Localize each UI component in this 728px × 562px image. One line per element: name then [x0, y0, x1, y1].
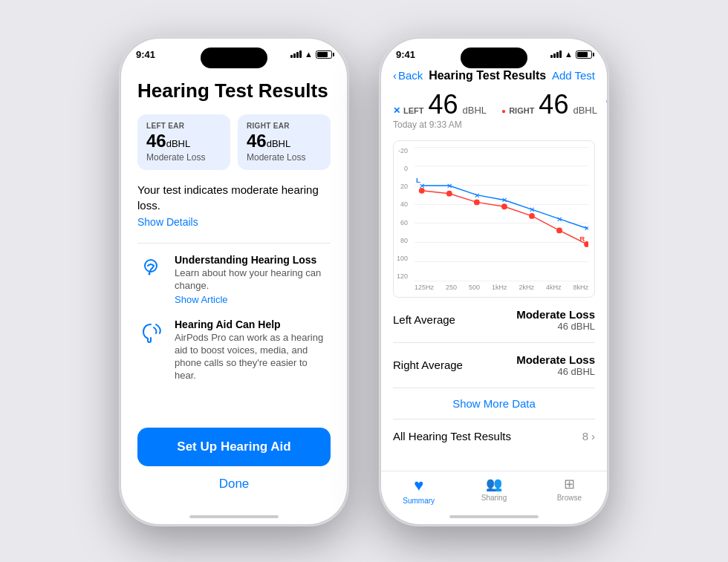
- article-item-2: Hearing Aid Can Help AirPods Pro can wor…: [137, 318, 331, 384]
- svg-point-14: [529, 213, 535, 219]
- phone-1: 9:41 ▲ Hearing Test Results: [119, 36, 349, 526]
- left-reading-unit: dBHL: [463, 105, 487, 116]
- status-icons-2: ▲: [550, 50, 592, 59]
- svg-text:✕: ✕: [556, 215, 562, 223]
- show-more-data-button[interactable]: Show More Data: [393, 388, 595, 419]
- browse-icon: ⊞: [564, 476, 575, 492]
- dynamic-island: [201, 48, 267, 68]
- svg-text:✕: ✕: [501, 196, 507, 204]
- left-average-label: Left Average: [393, 313, 455, 326]
- right-reading-val: 46: [539, 91, 568, 118]
- data-section: Left Average Moderate Loss 46 dBHL Right…: [381, 298, 607, 453]
- left-ear-card: LEFT EAR 46dBHL Moderate Loss: [137, 114, 230, 170]
- svg-text:✕: ✕: [529, 206, 535, 214]
- right-reading-unit: dBHL: [573, 105, 597, 116]
- tab-sharing[interactable]: 👥 Sharing: [456, 476, 531, 505]
- bar3: [296, 52, 299, 58]
- left-loss: Moderate Loss: [516, 308, 595, 321]
- status-icons-1: ▲: [290, 50, 332, 59]
- tab-browse-label: Browse: [557, 494, 582, 502]
- page-title-1: Hearing Test Results: [137, 79, 331, 102]
- show-article-link[interactable]: Show Article: [175, 294, 331, 305]
- article-desc-1: Learn about how your hearing can change.: [175, 267, 331, 293]
- x-label-5: 4kHz: [546, 284, 562, 291]
- left-ear-loss: Moderate Loss: [146, 152, 221, 163]
- y-label-7: 120: [397, 272, 408, 280]
- left-reading: ✕ LEFT 46 dBHL: [393, 91, 487, 118]
- chevron-right-icon: ›: [591, 430, 595, 442]
- tab-summary[interactable]: ♥ Summary: [381, 476, 456, 505]
- results-header: ✕ LEFT 46 dBHL ● RIGHT 46: [381, 88, 607, 140]
- hearing-icon-1: [137, 254, 164, 281]
- chart-area: -20 0 20 40 60 80 100 120: [415, 147, 588, 281]
- svg-text:✕: ✕: [584, 224, 588, 232]
- right-tag: ● RIGHT: [501, 106, 534, 115]
- all-results-right: 8 ›: [582, 430, 595, 442]
- add-test-button[interactable]: Add Test: [552, 69, 595, 82]
- battery-icon-2: [576, 50, 592, 59]
- tab-sharing-label: Sharing: [481, 494, 507, 502]
- nav-title: Hearing Test Results: [429, 69, 546, 82]
- back-button[interactable]: ‹ Back: [393, 69, 423, 82]
- battery-icon: [316, 50, 332, 59]
- bar4: [299, 50, 302, 58]
- done-button[interactable]: Done: [137, 477, 331, 491]
- all-results-label: All Hearing Test Results: [393, 430, 511, 442]
- article-item-1: Understanding Hearing Loss Learn about h…: [137, 254, 331, 305]
- summary-icon: ♥: [414, 476, 423, 495]
- y-label-5: 80: [397, 237, 408, 244]
- show-details-link[interactable]: Show Details: [137, 216, 331, 228]
- svg-text:✕: ✕: [446, 181, 452, 189]
- setup-hearing-aid-button[interactable]: Set Up Hearing Aid: [137, 428, 331, 466]
- ear-readings: ✕ LEFT 46 dBHL ● RIGHT 46: [393, 91, 597, 118]
- left-ear-label: LEFT EAR: [146, 122, 221, 130]
- x-label-2: 500: [469, 284, 480, 291]
- right-loss: Moderate Loss: [516, 353, 595, 366]
- y-label-1: 0: [397, 165, 408, 172]
- phone-2: 9:41 ▲ ‹ Back: [379, 36, 609, 526]
- phones-container: 9:41 ▲ Hearing Test Results: [119, 36, 609, 526]
- right-ear-loss: Moderate Loss: [247, 152, 322, 163]
- svg-point-15: [556, 227, 562, 233]
- y-label-6: 100: [397, 255, 408, 262]
- svg-point-1: [149, 273, 151, 275]
- audiogram-svg: ✕ ✕ ✕ ✕ ✕ ✕ ✕ L: [415, 147, 588, 281]
- right-average-value: Moderate Loss 46 dBHL: [516, 353, 595, 377]
- left-ear-value: 46dBHL: [146, 131, 221, 151]
- left-tag: ✕ LEFT: [393, 105, 424, 116]
- chevron-left-icon: ‹: [393, 69, 397, 82]
- wifi-icon-2: ▲: [565, 50, 573, 59]
- reading-time: Today at 9:33 AM: [393, 120, 595, 130]
- bar1: [290, 55, 293, 58]
- right-average-label: Right Average: [393, 359, 463, 371]
- x-label-1: 250: [446, 284, 457, 291]
- x-label-0: 125Hz: [415, 284, 434, 291]
- signal-icon-2: [550, 50, 562, 58]
- tab-browse[interactable]: ⊞ Browse: [532, 476, 607, 505]
- left-dbhl: 46 dBHL: [516, 321, 595, 332]
- right-ear-value: 46dBHL: [247, 131, 322, 151]
- x-label-6: 8kHz: [573, 284, 588, 291]
- y-label-3: 40: [397, 200, 408, 208]
- ear-cards: LEFT EAR 46dBHL Moderate Loss RIGHT EAR …: [137, 114, 331, 170]
- bar2: [293, 53, 296, 58]
- test-description: Your test indicates moderate hearing los…: [137, 182, 331, 213]
- home-indicator-2: [449, 515, 539, 518]
- article-title-2: Hearing Aid Can Help: [175, 318, 331, 330]
- left-average-value: Moderate Loss 46 dBHL: [516, 308, 595, 332]
- svg-point-12: [474, 199, 480, 205]
- right-ear-card: RIGHT EAR 46dBHL Moderate Loss: [238, 114, 331, 170]
- home-indicator-1: [189, 515, 279, 518]
- info-button[interactable]: ⓘ: [606, 93, 607, 111]
- svg-point-11: [446, 190, 452, 196]
- phone1-content: Hearing Test Results LEFT EAR 46dBHL Mod…: [121, 65, 347, 512]
- back-label: Back: [398, 69, 423, 82]
- left-average-row: Left Average Moderate Loss 46 dBHL: [393, 298, 595, 343]
- all-results-row[interactable]: All Hearing Test Results 8 ›: [393, 419, 595, 453]
- left-reading-val: 46: [429, 91, 458, 118]
- wifi-icon: ▲: [305, 50, 313, 59]
- right-dbhl: 46 dBHL: [516, 366, 595, 377]
- svg-point-10: [419, 187, 425, 193]
- time-2: 9:41: [396, 49, 415, 60]
- article-text-2: Hearing Aid Can Help AirPods Pro can wor…: [175, 318, 331, 384]
